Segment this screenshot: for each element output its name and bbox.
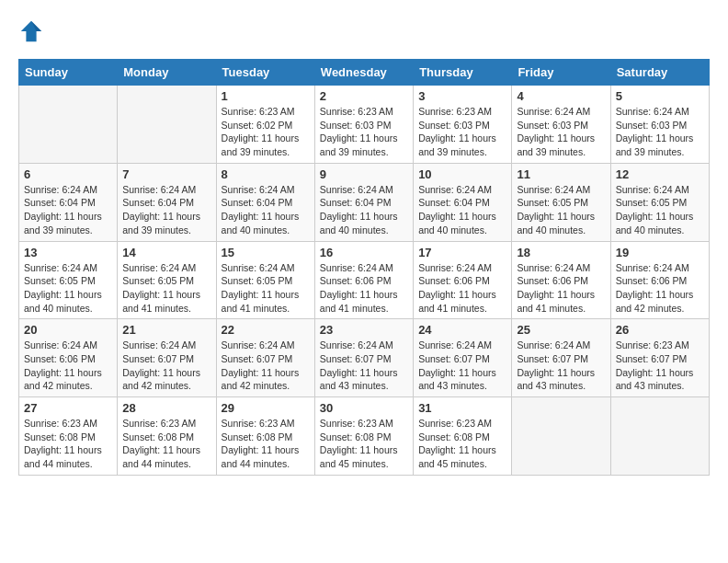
day-number: 9 <box>320 167 408 181</box>
calendar-cell: 8Sunrise: 6:24 AM Sunset: 6:04 PM Daylig… <box>216 163 314 241</box>
page-header <box>18 18 710 44</box>
calendar-cell <box>512 397 610 476</box>
calendar-cell: 10Sunrise: 6:24 AM Sunset: 6:04 PM Dayli… <box>414 163 512 241</box>
calendar-header-saturday: Saturday <box>610 60 709 86</box>
calendar-cell: 30Sunrise: 6:23 AM Sunset: 6:08 PM Dayli… <box>314 397 413 476</box>
calendar-header-wednesday: Wednesday <box>314 60 413 86</box>
day-number: 20 <box>24 323 112 337</box>
cell-content: Sunrise: 6:24 AM Sunset: 6:03 PM Dayligh… <box>616 105 704 159</box>
cell-content: Sunrise: 6:23 AM Sunset: 6:08 PM Dayligh… <box>122 417 210 471</box>
day-number: 19 <box>616 246 704 259</box>
day-number: 1 <box>222 89 310 103</box>
cell-content: Sunrise: 6:24 AM Sunset: 6:04 PM Dayligh… <box>320 183 408 237</box>
day-number: 28 <box>122 401 210 415</box>
calendar-cell: 7Sunrise: 6:24 AM Sunset: 6:04 PM Daylig… <box>118 163 216 241</box>
cell-content: Sunrise: 6:23 AM Sunset: 6:08 PM Dayligh… <box>320 417 408 471</box>
calendar-cell: 3Sunrise: 6:23 AM Sunset: 6:03 PM Daylig… <box>414 86 512 164</box>
calendar-cell: 24Sunrise: 6:24 AM Sunset: 6:07 PM Dayli… <box>414 319 512 397</box>
calendar-cell: 4Sunrise: 6:24 AM Sunset: 6:03 PM Daylig… <box>512 86 610 164</box>
calendar-header-monday: Monday <box>118 60 216 86</box>
day-number: 13 <box>24 246 112 259</box>
calendar-cell <box>19 86 118 164</box>
cell-content: Sunrise: 6:24 AM Sunset: 6:04 PM Dayligh… <box>122 183 210 237</box>
calendar-cell: 6Sunrise: 6:24 AM Sunset: 6:04 PM Daylig… <box>19 163 118 241</box>
calendar-header-friday: Friday <box>512 60 610 86</box>
day-number: 26 <box>616 323 704 337</box>
cell-content: Sunrise: 6:24 AM Sunset: 6:06 PM Dayligh… <box>418 261 506 316</box>
calendar-week-row: 20Sunrise: 6:24 AM Sunset: 6:06 PM Dayli… <box>19 319 710 397</box>
cell-content: Sunrise: 6:24 AM Sunset: 6:06 PM Dayligh… <box>616 261 704 316</box>
calendar-header-tuesday: Tuesday <box>216 60 314 86</box>
cell-content: Sunrise: 6:24 AM Sunset: 6:06 PM Dayligh… <box>24 339 112 393</box>
cell-content: Sunrise: 6:23 AM Sunset: 6:08 PM Dayligh… <box>418 417 506 471</box>
day-number: 17 <box>418 246 506 259</box>
calendar-cell: 20Sunrise: 6:24 AM Sunset: 6:06 PM Dayli… <box>19 319 118 397</box>
calendar-cell: 26Sunrise: 6:23 AM Sunset: 6:07 PM Dayli… <box>610 319 709 397</box>
calendar-cell <box>610 397 709 476</box>
cell-content: Sunrise: 6:24 AM Sunset: 6:05 PM Dayligh… <box>616 183 704 237</box>
day-number: 15 <box>222 246 310 259</box>
day-number: 2 <box>320 89 408 103</box>
calendar-cell: 12Sunrise: 6:24 AM Sunset: 6:05 PM Dayli… <box>610 163 709 241</box>
day-number: 29 <box>222 401 310 415</box>
cell-content: Sunrise: 6:23 AM Sunset: 6:03 PM Dayligh… <box>418 105 506 159</box>
calendar-cell: 27Sunrise: 6:23 AM Sunset: 6:08 PM Dayli… <box>19 397 118 476</box>
cell-content: Sunrise: 6:23 AM Sunset: 6:03 PM Dayligh… <box>320 105 408 159</box>
cell-content: Sunrise: 6:23 AM Sunset: 6:08 PM Dayligh… <box>24 417 112 471</box>
cell-content: Sunrise: 6:23 AM Sunset: 6:08 PM Dayligh… <box>222 417 310 471</box>
cell-content: Sunrise: 6:24 AM Sunset: 6:05 PM Dayligh… <box>517 183 605 237</box>
calendar-week-row: 6Sunrise: 6:24 AM Sunset: 6:04 PM Daylig… <box>19 163 710 241</box>
calendar-cell: 15Sunrise: 6:24 AM Sunset: 6:05 PM Dayli… <box>216 241 314 319</box>
calendar-cell: 18Sunrise: 6:24 AM Sunset: 6:06 PM Dayli… <box>512 241 610 319</box>
cell-content: Sunrise: 6:24 AM Sunset: 6:03 PM Dayligh… <box>517 105 605 159</box>
calendar-cell: 11Sunrise: 6:24 AM Sunset: 6:05 PM Dayli… <box>512 163 610 241</box>
day-number: 18 <box>517 246 605 259</box>
calendar-cell: 13Sunrise: 6:24 AM Sunset: 6:05 PM Dayli… <box>19 241 118 319</box>
calendar-header-thursday: Thursday <box>414 60 512 86</box>
day-number: 22 <box>222 323 310 337</box>
calendar-cell: 22Sunrise: 6:24 AM Sunset: 6:07 PM Dayli… <box>216 319 314 397</box>
cell-content: Sunrise: 6:24 AM Sunset: 6:07 PM Dayligh… <box>517 339 605 393</box>
day-number: 23 <box>320 323 408 337</box>
day-number: 24 <box>418 323 506 337</box>
day-number: 27 <box>24 401 112 415</box>
day-number: 8 <box>222 167 310 181</box>
calendar-table: SundayMondayTuesdayWednesdayThursdayFrid… <box>18 59 710 476</box>
cell-content: Sunrise: 6:24 AM Sunset: 6:04 PM Dayligh… <box>24 183 112 237</box>
cell-content: Sunrise: 6:24 AM Sunset: 6:07 PM Dayligh… <box>122 339 210 393</box>
day-number: 12 <box>616 167 704 181</box>
calendar-cell <box>118 86 216 164</box>
day-number: 5 <box>616 89 704 103</box>
calendar-header-row: SundayMondayTuesdayWednesdayThursdayFrid… <box>19 60 710 86</box>
cell-content: Sunrise: 6:24 AM Sunset: 6:07 PM Dayligh… <box>320 339 408 393</box>
logo <box>18 18 48 44</box>
calendar-cell: 19Sunrise: 6:24 AM Sunset: 6:06 PM Dayli… <box>610 241 709 319</box>
cell-content: Sunrise: 6:24 AM Sunset: 6:05 PM Dayligh… <box>24 261 112 316</box>
logo-icon <box>18 18 44 44</box>
day-number: 4 <box>517 89 605 103</box>
day-number: 14 <box>122 246 210 259</box>
cell-content: Sunrise: 6:24 AM Sunset: 6:04 PM Dayligh… <box>222 183 310 237</box>
calendar-cell: 2Sunrise: 6:23 AM Sunset: 6:03 PM Daylig… <box>314 86 413 164</box>
day-number: 7 <box>122 167 210 181</box>
calendar-cell: 9Sunrise: 6:24 AM Sunset: 6:04 PM Daylig… <box>314 163 413 241</box>
day-number: 11 <box>517 167 605 181</box>
calendar-cell: 1Sunrise: 6:23 AM Sunset: 6:02 PM Daylig… <box>216 86 314 164</box>
calendar-cell: 28Sunrise: 6:23 AM Sunset: 6:08 PM Dayli… <box>118 397 216 476</box>
cell-content: Sunrise: 6:24 AM Sunset: 6:07 PM Dayligh… <box>418 339 506 393</box>
calendar-week-row: 27Sunrise: 6:23 AM Sunset: 6:08 PM Dayli… <box>19 397 710 476</box>
calendar-cell: 25Sunrise: 6:24 AM Sunset: 6:07 PM Dayli… <box>512 319 610 397</box>
calendar-cell: 5Sunrise: 6:24 AM Sunset: 6:03 PM Daylig… <box>610 86 709 164</box>
calendar-cell: 16Sunrise: 6:24 AM Sunset: 6:06 PM Dayli… <box>314 241 413 319</box>
day-number: 6 <box>24 167 112 181</box>
calendar-cell: 21Sunrise: 6:24 AM Sunset: 6:07 PM Dayli… <box>118 319 216 397</box>
calendar-cell: 14Sunrise: 6:24 AM Sunset: 6:05 PM Dayli… <box>118 241 216 319</box>
cell-content: Sunrise: 6:24 AM Sunset: 6:06 PM Dayligh… <box>517 261 605 316</box>
day-number: 16 <box>320 246 408 259</box>
day-number: 25 <box>517 323 605 337</box>
day-number: 21 <box>122 323 210 337</box>
cell-content: Sunrise: 6:24 AM Sunset: 6:05 PM Dayligh… <box>222 261 310 316</box>
cell-content: Sunrise: 6:23 AM Sunset: 6:02 PM Dayligh… <box>222 105 310 159</box>
calendar-cell: 29Sunrise: 6:23 AM Sunset: 6:08 PM Dayli… <box>216 397 314 476</box>
day-number: 30 <box>320 401 408 415</box>
